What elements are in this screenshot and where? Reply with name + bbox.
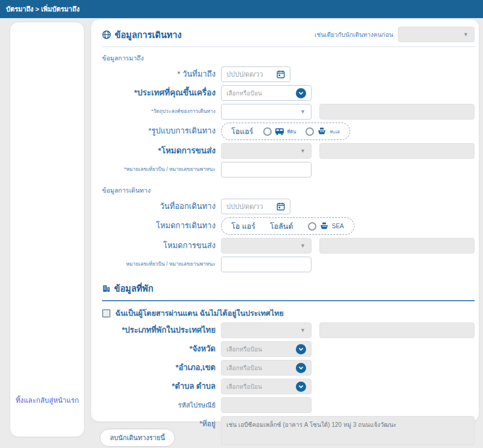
subdistrict-label: *ตำบล ตำบล bbox=[102, 382, 221, 391]
departure-transport-mode-label: โหมดการขนส่ง bbox=[102, 242, 221, 251]
departure-vehicle-number-label: หมายเลขเที่ยวบิน / หมายเลขยานพาหนะ bbox=[102, 261, 221, 267]
arrival-vehicle-number-label: *หมายเลขเที่ยวบิน / หมายเลขยานพาหนะ bbox=[102, 167, 221, 173]
accommodation-type-label: *ประเภทที่พักในประเทศไทย bbox=[102, 326, 221, 335]
sea-radio[interactable] bbox=[305, 127, 314, 136]
district-combobox[interactable]: เลือกหรือป้อน bbox=[221, 360, 312, 376]
departure-vehicle-number-field[interactable] bbox=[226, 261, 306, 268]
chevron-down-circle-icon[interactable] bbox=[296, 344, 306, 354]
departure-mode-sea-option[interactable]: SEA bbox=[308, 222, 344, 231]
arrival-date-field[interactable] bbox=[226, 71, 277, 78]
arrival-transport-mode-select[interactable]: ▼ bbox=[221, 143, 312, 159]
arrival-transport-mode-row: *โหมดการขนส่ง ▼ bbox=[102, 143, 475, 159]
chevron-down-icon: ▼ bbox=[300, 327, 305, 333]
arrival-travel-mode-row: *รูปแบบการเดินทาง โอแอร์ ที่ดิน ทะเล bbox=[102, 123, 475, 140]
travel-purpose-select[interactable]: ▼ bbox=[221, 104, 312, 120]
arrival-transport-mode-label: *โหมดการขนส่ง bbox=[102, 146, 221, 156]
arrival-card-form: ข้อมูลการเดินทาง เช่นเดียวกับนักเดินทางค… bbox=[91, 19, 479, 422]
departure-travel-mode-group: โอ แอร์ โอลันด์ SEA bbox=[221, 217, 354, 235]
address-textarea bbox=[221, 416, 475, 445]
boarding-country-row: *ประเทศที่คุณขึ้นเครื่อง เลือกหรือป้อน bbox=[102, 85, 475, 101]
breadcrumb[interactable]: บัตรมาถึง > เพิ่มบัตรมาถึง bbox=[6, 4, 80, 14]
transit-passenger-checkbox[interactable] bbox=[102, 309, 110, 318]
departure-vehicle-number-row: หมายเลขเที่ยวบิน / หมายเลขยานพาหนะ bbox=[102, 257, 475, 272]
district-label: *อำเภอ,เขต bbox=[102, 363, 221, 373]
chevron-down-icon: ▼ bbox=[300, 243, 305, 249]
arrival-mode-sea-option[interactable]: ทะเล bbox=[305, 127, 339, 136]
delete-traveler-button[interactable]: ลบนักเดินทางรายนี้ bbox=[100, 429, 175, 447]
arrival-mode-sea-label: ทะเล bbox=[330, 128, 339, 135]
arrival-transport-readonly-field bbox=[319, 143, 475, 159]
accommodation-type-row: *ประเภทที่พักในประเทศไทย ▼ bbox=[102, 322, 475, 338]
land-radio[interactable] bbox=[263, 127, 272, 136]
boarding-country-label: *ประเทศที่คุณขึ้นเครื่อง bbox=[102, 88, 221, 98]
copy-previous-traveler-label: เช่นเดียวกับนักเดินทางคนก่อน bbox=[315, 30, 393, 39]
departure-travel-mode-row: โหมดการเดินทาง โอ แอร์ โอลันด์ SEA bbox=[102, 217, 475, 235]
accommodation-type-select[interactable]: ▼ bbox=[221, 322, 312, 338]
arrival-subtitle: ข้อมูลการมาถึง bbox=[102, 53, 475, 63]
transit-passenger-row: ฉันเป็นผู้โดยสารผ่านแดน ฉันไม่ได้อยู่ในป… bbox=[102, 307, 475, 319]
departure-date-field[interactable] bbox=[226, 203, 277, 210]
copy-previous-traveler-select[interactable]: ▼ bbox=[398, 27, 475, 42]
accommodation-section-title: ข้อมูลที่พัก bbox=[114, 281, 153, 295]
postcode-row: รหัสไปรษณีย์ bbox=[102, 397, 475, 413]
arrival-mode-land-option[interactable]: ที่ดิน bbox=[263, 127, 296, 136]
travel-purpose-label: *วัตถุประสงค์ของการเดินทาง bbox=[102, 109, 221, 115]
sea-radio[interactable] bbox=[308, 222, 316, 231]
travel-purpose-readonly-field bbox=[319, 104, 475, 120]
province-placeholder: เลือกหรือป้อน bbox=[226, 345, 262, 354]
postcode-label: รหัสไปรษณีย์ bbox=[102, 402, 221, 409]
discard-and-return-link[interactable]: ทิ้งและกลับสู่หน้าแรก bbox=[16, 396, 79, 405]
chevron-down-circle-icon[interactable] bbox=[296, 363, 306, 373]
arrival-vehicle-number-input[interactable] bbox=[221, 162, 312, 178]
postcode-input bbox=[221, 397, 312, 413]
boarding-country-combobox[interactable]: เลือกหรือป้อน bbox=[221, 85, 312, 101]
travel-section-title: ข้อมูลการเดินทาง bbox=[115, 28, 182, 42]
departure-transport-readonly-field bbox=[319, 238, 475, 254]
departure-date-row: วันที่ออกเดินทาง bbox=[102, 199, 475, 214]
arrival-mode-air-label[interactable]: โอแอร์ bbox=[231, 126, 254, 138]
arrival-date-input[interactable] bbox=[221, 66, 290, 82]
address-label: *ที่อยู่ bbox=[102, 416, 221, 429]
arrival-date-label: * วันที่มาถึง bbox=[102, 70, 221, 79]
arrival-mode-land-label: ที่ดิน bbox=[287, 128, 296, 135]
accommodation-type-readonly-field bbox=[319, 322, 475, 338]
arrival-travel-mode-label: *รูปแบบการเดินทาง bbox=[102, 127, 221, 136]
departure-date-input[interactable] bbox=[221, 199, 290, 214]
chevron-down-circle-icon[interactable] bbox=[296, 88, 306, 98]
province-combobox[interactable]: เลือกหรือป้อน bbox=[221, 341, 312, 357]
traveler-sidebar: ทิ้งและกลับสู่หน้าแรก bbox=[10, 22, 85, 437]
calendar-icon[interactable] bbox=[277, 70, 285, 78]
departure-mode-sea-label: SEA bbox=[332, 223, 344, 229]
departure-mode-air-label[interactable]: โอ แอร์ bbox=[231, 220, 255, 232]
province-row: *จังหวัด เลือกหรือป้อน bbox=[102, 341, 475, 357]
departure-transport-mode-select[interactable]: ▼ bbox=[221, 238, 312, 254]
ship-icon bbox=[319, 222, 329, 230]
departure-mode-land-label[interactable]: โอลันด์ bbox=[270, 220, 293, 232]
chevron-down-circle-icon[interactable] bbox=[296, 382, 306, 392]
top-header-bar: บัตรมาถึง > เพิ่มบัตรมาถึง bbox=[0, 0, 483, 18]
arrival-date-row: * วันที่มาถึง bbox=[102, 66, 475, 82]
accommodation-section-header: ข้อมูลที่พัก bbox=[102, 281, 475, 295]
departure-travel-mode-label: โหมดการเดินทาง bbox=[102, 222, 221, 231]
travel-purpose-row: *วัตถุประสงค์ของการเดินทาง ▼ bbox=[102, 104, 475, 120]
bus-icon bbox=[275, 128, 284, 135]
departure-vehicle-number-input[interactable] bbox=[221, 257, 312, 272]
departure-transport-mode-row: โหมดการขนส่ง ▼ bbox=[102, 238, 475, 254]
building-icon bbox=[102, 284, 110, 292]
globe-icon bbox=[102, 30, 111, 39]
section-divider bbox=[102, 300, 475, 301]
arrival-vehicle-number-row: *หมายเลขเที่ยวบิน / หมายเลขยานพาหนะ bbox=[102, 162, 475, 178]
departure-date-label: วันที่ออกเดินทาง bbox=[102, 202, 221, 211]
calendar-icon[interactable] bbox=[277, 202, 285, 211]
subdistrict-row: *ตำบล ตำบล เลือกหรือป้อน bbox=[102, 379, 475, 394]
chevron-down-icon: ▼ bbox=[463, 31, 469, 37]
subdistrict-combobox[interactable]: เลือกหรือป้อน bbox=[221, 379, 312, 394]
district-placeholder: เลือกหรือป้อน bbox=[226, 363, 262, 373]
transit-passenger-label: ฉันเป็นผู้โดยสารผ่านแดน ฉันไม่ได้อยู่ในป… bbox=[115, 307, 284, 319]
arrival-travel-mode-group: โอแอร์ ที่ดิน ทะเล bbox=[221, 123, 350, 140]
chevron-down-icon: ▼ bbox=[300, 109, 305, 115]
section-divider bbox=[102, 46, 475, 47]
subdistrict-placeholder: เลือกหรือป้อน bbox=[226, 382, 262, 391]
province-label: *จังหวัด bbox=[102, 345, 221, 354]
arrival-vehicle-number-field[interactable] bbox=[226, 166, 306, 173]
